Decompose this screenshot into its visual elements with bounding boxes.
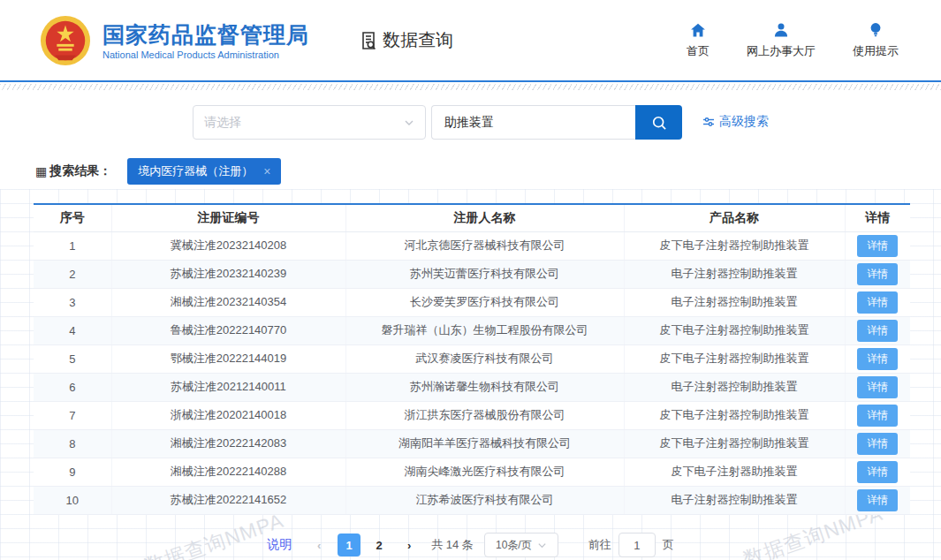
brand-home-link[interactable]: 国家药品监督管理局 National Medical Products Admi… <box>40 15 309 66</box>
row-index: 4 <box>34 316 111 344</box>
next-page-button[interactable]: › <box>398 534 421 556</box>
nav-item-label: 使用提示 <box>853 43 899 59</box>
nav-item-home[interactable]: 首页 <box>687 21 710 59</box>
search-results-bar: ▦ 搜索结果： 境内医疗器械（注册） × <box>35 158 281 185</box>
detail-cell: 详情 <box>845 458 910 486</box>
header: 国家药品监督管理局 National Medical Products Admi… <box>0 0 941 82</box>
table-row: 4鲁械注准20222140770磐升瑞祥（山东）生物工程股份有限公司皮下电子注射… <box>34 316 910 344</box>
cert-number: 湘械注准20222140288 <box>111 458 345 486</box>
detail-cell: 详情 <box>845 486 910 514</box>
cert-number: 苏械注准20212140011 <box>111 373 345 401</box>
chevron-down-icon <box>404 117 414 128</box>
detail-button[interactable]: 详情 <box>857 433 898 455</box>
row-index: 3 <box>34 288 111 316</box>
detail-button[interactable]: 详情 <box>857 461 898 483</box>
detail-button[interactable]: 详情 <box>857 376 898 398</box>
user-icon <box>772 21 790 39</box>
table-row: 6苏械注准20212140011苏州瀚诺馨生物科技有限公司电子注射器控制助推装置… <box>34 373 910 401</box>
row-index: 6 <box>34 373 111 401</box>
cert-number: 苏械注准20232140239 <box>111 260 345 288</box>
registrant-name: 湖南尖峰激光医疗科技有限公司 <box>345 458 624 486</box>
row-index: 1 <box>34 231 111 260</box>
results-label: 搜索结果： <box>49 163 111 179</box>
cert-number: 浙械注准20202140018 <box>111 401 345 429</box>
table-row: 5鄂械注准20222144019武汉赛凌医疗科技有限公司皮下电子注射器控制助推装… <box>34 344 910 373</box>
cert-number: 鄂械注准20222144019 <box>111 344 345 373</box>
row-index: 10 <box>34 486 111 514</box>
filter-sliders-icon <box>702 116 715 128</box>
page-button-2[interactable]: 2 <box>368 534 391 556</box>
nav-item-label: 首页 <box>687 43 710 59</box>
org-name-en: National Medical Products Administration <box>102 49 309 60</box>
detail-button[interactable]: 详情 <box>857 263 898 285</box>
table-row: 2苏械注准20232140239苏州芙迈蕾医疗科技有限公司电子注射器控制助推装置… <box>34 260 910 288</box>
search-bar: 请选择 高级搜索 <box>0 105 941 140</box>
filter-tag-label: 境内医疗器械（注册） <box>138 163 253 179</box>
advanced-search-label: 高级搜索 <box>719 114 769 130</box>
app-title-label: 数据查询 <box>383 28 453 52</box>
nav-item-label: 网上办事大厅 <box>747 43 816 59</box>
registrant-name: 河北京德医疗器械科技有限公司 <box>345 231 624 260</box>
registrant-name: 浙江拱东医疗器械股份有限公司 <box>345 401 624 429</box>
detail-cell: 详情 <box>845 429 910 458</box>
product-name: 皮下电子注射器控制助推装置 <box>624 316 845 344</box>
prev-page-button[interactable]: ‹ <box>307 534 330 556</box>
data-query-icon <box>358 30 379 51</box>
col-header-registrant: 注册人名称 <box>345 204 624 231</box>
row-index: 5 <box>34 344 111 373</box>
registrant-name: 长沙爱芙罗医疗科技有限公司 <box>345 288 624 316</box>
pagination: 说明 ‹ 1 2 › 共 14 条 10条/页 前往 页 <box>0 533 941 557</box>
home-icon <box>689 21 707 39</box>
cert-number: 湘械注准20232140354 <box>111 288 345 316</box>
note-link[interactable]: 说明 <box>267 537 292 553</box>
bulb-icon <box>867 21 884 39</box>
detail-cell: 详情 <box>845 373 910 401</box>
org-name-cn: 国家药品监督管理局 <box>102 21 309 48</box>
page-size-select[interactable]: 10条/页 <box>484 533 558 557</box>
nav-item-service-hall[interactable]: 网上办事大厅 <box>747 21 816 59</box>
product-name: 电子注射器控制助推装置 <box>624 373 845 401</box>
product-name: 皮下电子注射器控制助推装置 <box>624 401 845 429</box>
detail-button[interactable]: 详情 <box>857 405 898 427</box>
detail-cell: 详情 <box>845 401 910 429</box>
product-name: 皮下电子注射器控制助推装置 <box>624 429 845 458</box>
nav-item-tips[interactable]: 使用提示 <box>853 21 899 59</box>
registrant-name: 湖南阳羊羊医疗器械科技有限公司 <box>345 429 624 458</box>
search-button[interactable] <box>635 105 682 140</box>
goto-label: 前往 <box>588 537 611 553</box>
search-icon <box>650 114 668 132</box>
row-index: 2 <box>34 260 111 288</box>
advanced-search-link[interactable]: 高级搜索 <box>702 114 769 130</box>
product-name: 皮下电子注射器控制助推装置 <box>624 231 845 260</box>
page-button-1[interactable]: 1 <box>338 534 360 556</box>
registrant-name: 苏州芙迈蕾医疗科技有限公司 <box>345 260 624 288</box>
table-row: 9湘械注准20222140288湖南尖峰激光医疗科技有限公司皮下电子注射器助推装… <box>34 458 910 486</box>
category-select[interactable]: 请选择 <box>193 105 426 140</box>
row-index: 9 <box>34 458 111 486</box>
row-index: 8 <box>34 429 111 458</box>
filter-tag[interactable]: 境内医疗器械（注册） × <box>127 158 281 185</box>
total-count: 共 14 条 <box>431 537 474 553</box>
goto-page-input[interactable] <box>618 533 656 557</box>
detail-button[interactable]: 详情 <box>857 235 898 257</box>
detail-button[interactable]: 详情 <box>857 489 898 511</box>
goto-suffix: 页 <box>663 537 674 553</box>
detail-cell: 详情 <box>845 231 910 260</box>
cert-number: 冀械注准20232140208 <box>111 231 345 260</box>
search-input[interactable] <box>431 105 635 140</box>
close-icon[interactable]: × <box>263 164 270 178</box>
category-select-placeholder: 请选择 <box>204 115 404 131</box>
col-header-product: 产品名称 <box>624 204 845 231</box>
col-header-cert-number: 注册证编号 <box>111 204 345 231</box>
detail-button[interactable]: 详情 <box>857 291 898 314</box>
col-header-detail: 详情 <box>845 204 910 231</box>
detail-button[interactable]: 详情 <box>857 320 898 342</box>
row-index: 7 <box>34 401 111 429</box>
detail-button[interactable]: 详情 <box>857 348 898 370</box>
detail-cell: 详情 <box>845 344 910 373</box>
product-name: 电子注射器控制助推装置 <box>624 260 845 288</box>
registrant-name: 磐升瑞祥（山东）生物工程股份有限公司 <box>345 316 624 344</box>
product-name: 电子注射器控制助推装置 <box>624 288 845 316</box>
table-row: 7浙械注准20202140018浙江拱东医疗器械股份有限公司皮下电子注射器控制助… <box>34 401 910 429</box>
app-title: 数据查询 <box>358 28 453 52</box>
